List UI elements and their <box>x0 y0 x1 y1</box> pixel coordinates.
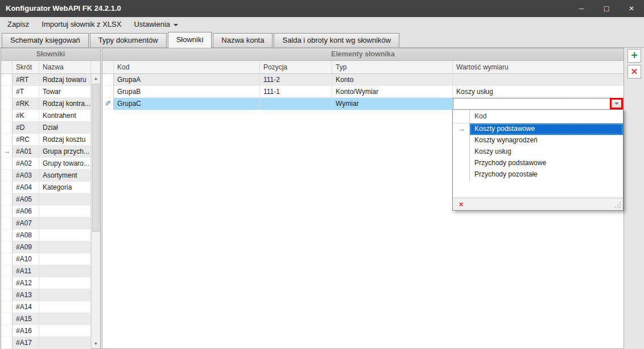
close-button[interactable]: ✕ <box>619 0 644 17</box>
cell-skrot[interactable]: #A05 <box>13 194 39 206</box>
dictionary-row[interactable]: #A03Asortyment <box>1 170 91 182</box>
tab-typy-dokumentow[interactable]: Typy dokumentów <box>90 33 167 47</box>
dictionary-row[interactable]: #RTRodzaj towaru <box>1 74 91 86</box>
cell-skrot[interactable]: #A07 <box>13 217 39 229</box>
cell-nazwa[interactable] <box>39 217 91 229</box>
tab-salda-i-obroty[interactable]: Salda i obroty kont wg słowników <box>274 33 399 47</box>
cell-nazwa[interactable] <box>39 313 91 325</box>
cell-skrot[interactable]: #A01 <box>13 146 39 158</box>
column-header-pozycja[interactable]: Pozycja <box>260 61 332 73</box>
dictionary-row[interactable]: #A13 <box>1 289 91 301</box>
cell-nazwa[interactable]: Kontrahent <box>39 110 91 122</box>
cell-skrot[interactable]: #D <box>13 122 39 134</box>
cell-skrot[interactable]: #A14 <box>13 301 39 313</box>
dropdown-item[interactable]: Przychody pozostałe <box>453 169 623 180</box>
dictionary-row[interactable]: #A16 <box>1 325 91 337</box>
clear-value-button[interactable]: ✕ <box>459 198 464 211</box>
cell-pozycja[interactable] <box>260 98 332 110</box>
dictionary-row[interactable]: #A12 <box>1 277 91 289</box>
cell-skrot[interactable]: #A04 <box>13 182 39 194</box>
element-row[interactable]: GrupaA 111-2 Konto <box>102 74 624 86</box>
dropdown-item-label[interactable]: Koszty wynagrodzeń <box>470 135 623 146</box>
menu-item-ustawienia[interactable]: Ustawienia <box>127 17 184 32</box>
cell-skrot[interactable]: #A10 <box>13 253 39 265</box>
add-row-button[interactable]: + <box>628 49 641 63</box>
scrollbar-thumb[interactable] <box>92 84 100 232</box>
vertical-scrollbar[interactable]: ▲ ▼ <box>91 74 100 348</box>
dropdown-item[interactable]: Koszty wynagrodzeń <box>453 135 623 146</box>
cell-skrot[interactable]: #A11 <box>13 265 39 277</box>
column-header-skrot[interactable]: Skrót <box>13 61 39 73</box>
cell-nazwa[interactable] <box>39 253 91 265</box>
dictionary-row[interactable]: #TTowar <box>1 86 91 98</box>
dropdown-item-label[interactable]: Przychody pozostałe <box>470 169 623 180</box>
dimension-dropdown-button[interactable] <box>610 98 623 109</box>
cell-nazwa[interactable]: Grupy towaro... <box>39 158 91 170</box>
dictionary-row[interactable]: #A07 <box>1 217 91 229</box>
cell-typ[interactable]: Wymiar <box>332 98 453 110</box>
cell-nazwa[interactable] <box>39 241 91 253</box>
cell-wartosc[interactable] <box>453 74 624 86</box>
cell-skrot[interactable]: #A02 <box>13 158 39 170</box>
dictionary-row[interactable]: #A04Kategoria <box>1 182 91 194</box>
cell-nazwa[interactable]: Rodzaj kontra... <box>39 98 91 110</box>
cell-skrot[interactable]: #A09 <box>13 241 39 253</box>
dropdown-item-label[interactable]: Koszy usług <box>470 146 623 158</box>
dictionary-row[interactable]: #DDział <box>1 122 91 134</box>
cell-wartosc[interactable]: Koszy usług <box>453 86 624 98</box>
element-row-editing[interactable]: ✎ GrupaC Wymiar <box>102 98 624 110</box>
element-row[interactable]: GrupaB 111-1 Konto/Wymiar Koszy usług <box>102 86 624 98</box>
dropdown-item[interactable]: → Koszty podstawowe <box>453 124 623 135</box>
cell-nazwa[interactable] <box>39 194 91 206</box>
dictionary-row[interactable]: #A15 <box>1 313 91 325</box>
cell-skrot[interactable]: #RT <box>13 74 39 86</box>
cell-skrot[interactable]: #A08 <box>13 229 39 241</box>
cell-kod[interactable]: GrupaA <box>114 74 260 86</box>
cell-skrot[interactable]: #RK <box>13 98 39 110</box>
dictionary-row[interactable]: #RKRodzaj kontra... <box>1 98 91 110</box>
cell-nazwa[interactable] <box>39 277 91 289</box>
cell-skrot[interactable]: #A12 <box>13 277 39 289</box>
cell-nazwa[interactable] <box>39 337 91 349</box>
dropdown-item[interactable]: Przychody podstawowe <box>453 158 623 169</box>
dropdown-item-label[interactable]: Koszty podstawowe <box>470 124 623 135</box>
cell-nazwa[interactable]: Rodzaj kosztu <box>39 134 91 146</box>
cell-skrot[interactable]: #A13 <box>13 289 39 301</box>
cell-skrot[interactable]: #A06 <box>13 206 39 217</box>
cell-kod[interactable]: GrupaC <box>114 98 260 110</box>
cell-nazwa[interactable] <box>39 325 91 337</box>
dictionary-row[interactable]: #A10 <box>1 253 91 265</box>
cell-nazwa[interactable]: Rodzaj towaru <box>39 74 91 86</box>
cell-typ[interactable]: Konto <box>332 74 453 86</box>
dictionary-row[interactable]: #A05 <box>1 194 91 206</box>
column-header-kod[interactable]: Kod <box>114 61 260 73</box>
cell-skrot[interactable]: #A15 <box>13 313 39 325</box>
cell-skrot[interactable]: #RC <box>13 134 39 146</box>
menu-item-import-xlsx[interactable]: Importuj słownik z XLSX <box>35 17 127 32</box>
cell-nazwa[interactable]: Towar <box>39 86 91 98</box>
cell-skrot[interactable]: #K <box>13 110 39 122</box>
dictionary-row[interactable]: #KKontrahent <box>1 110 91 122</box>
cell-nazwa[interactable]: Dział <box>39 122 91 134</box>
delete-row-button[interactable]: ✕ <box>628 65 641 79</box>
dictionary-row[interactable]: #A06 <box>1 206 91 217</box>
cell-nazwa[interactable]: Grupa przych... <box>39 146 91 158</box>
dictionary-row[interactable]: #A02Grupy towaro... <box>1 158 91 170</box>
cell-pozycja[interactable]: 111-1 <box>260 86 332 98</box>
cell-skrot[interactable]: #A03 <box>13 170 39 182</box>
cell-nazwa[interactable]: Asortyment <box>39 170 91 182</box>
column-header-nazwa[interactable]: Nazwa <box>39 61 91 73</box>
dictionary-row[interactable]: #RCRodzaj kosztu <box>1 134 91 146</box>
cell-nazwa[interactable] <box>39 206 91 217</box>
menu-item-zapisz[interactable]: Zapisz <box>1 17 35 32</box>
dictionary-row[interactable]: #A11 <box>1 265 91 277</box>
cell-skrot[interactable]: #A16 <box>13 325 39 337</box>
dropdown-item[interactable]: Koszy usług <box>453 146 623 158</box>
cell-nazwa[interactable] <box>39 265 91 277</box>
column-header-wartosc-wymiaru[interactable]: Wartość wymiaru <box>453 61 624 73</box>
cell-nazwa[interactable]: Kategoria <box>39 182 91 194</box>
tab-slowniki[interactable]: Słowniki <box>168 32 212 48</box>
dropdown-item-label[interactable]: Przychody podstawowe <box>470 158 623 169</box>
dictionary-row[interactable]: #A17 <box>1 337 91 349</box>
dictionary-row[interactable]: #A09 <box>1 241 91 253</box>
